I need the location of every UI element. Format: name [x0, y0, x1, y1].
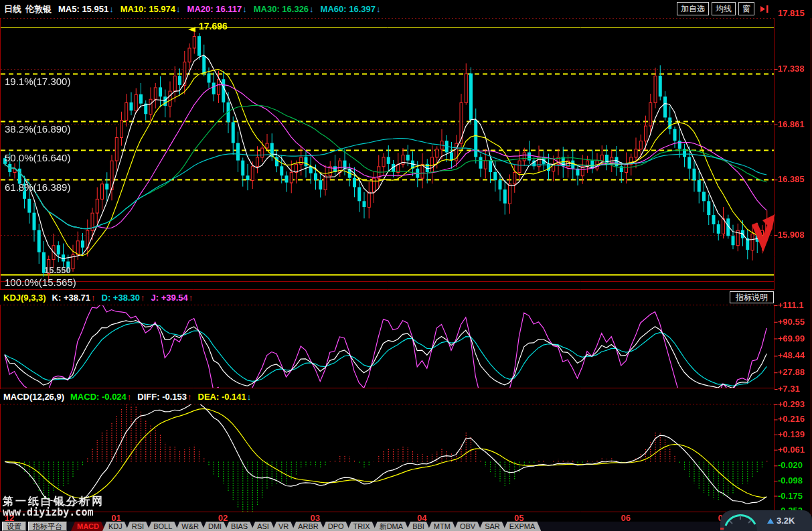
ma-trend-arrow-icon: ↓	[109, 4, 114, 14]
price-axis-label: 16.385	[778, 174, 805, 184]
ma-trend-arrow-icon: ↓	[176, 4, 181, 14]
speed-gauge-overlay: 3.2K	[720, 510, 812, 531]
tab-vr[interactable]: VR	[272, 522, 295, 531]
kdj-trend-arrow-icon: ↑	[91, 293, 96, 303]
tab-bbi[interactable]: BBI	[406, 522, 430, 531]
macd-title: MACD(12,26,9)	[3, 392, 64, 402]
bottom-button-0[interactable]: 设置	[2, 522, 26, 531]
tab-macd[interactable]: MACD	[71, 522, 105, 531]
indicator-tab-bar: 设置指标平台MACDKDJRSIBOLLW&RDMIBIASASIVRARBRD…	[0, 522, 812, 531]
fib-level-label: 38.2%(16.890)	[5, 123, 70, 135]
ma-trend-arrow-icon: ↓	[309, 4, 314, 14]
ma-value-list: MA5: 15.951↓MA10: 15.974↓MA20: 16.117↓MA…	[52, 4, 381, 14]
fib-level-label: 61.8%(16.389)	[5, 181, 70, 193]
kdj-trend-arrow-icon: ↑	[141, 293, 145, 303]
tab-rsi[interactable]: RSI	[126, 522, 150, 531]
kdj-axis-label: +27.88	[778, 367, 805, 377]
peak-price-annotation: 17.696	[199, 21, 228, 31]
macd-trend-arrow-icon: ↑	[187, 392, 192, 402]
tab-trix[interactable]: TRIX	[347, 522, 376, 531]
gauge-dial-icon	[720, 510, 759, 531]
tab-asi[interactable]: ASI	[251, 522, 275, 531]
top-bar-button-1[interactable]: 均线	[712, 2, 736, 15]
fib-level-label: 50.0%(16.640)	[5, 152, 70, 163]
charting-app-window: { "top_bar": { "period": "日线", "symbol":…	[0, 0, 812, 531]
kdj-axis-label: +111.1	[778, 300, 804, 310]
kdj-indicator-help-button[interactable]: 指标说明	[730, 291, 774, 303]
macd-trend-arrow-icon: ↑	[127, 392, 132, 402]
macd-value-2: DEA: -0.141↓	[198, 392, 252, 402]
kdj-values: K: +38.71↑D: +38.30↑J: +39.54↑	[46, 293, 193, 303]
top-bar-button-2[interactable]: 窗	[738, 2, 754, 15]
tab-dpo[interactable]: DPO	[322, 522, 350, 531]
tab-expma[interactable]: EXPMA	[503, 522, 542, 531]
tab-boll[interactable]: BOLL	[147, 522, 178, 531]
tab-arbr[interactable]: ARBR	[292, 522, 325, 531]
next-window-icon[interactable]	[759, 5, 770, 13]
ma1-value: MA5: 15.951↓	[58, 4, 114, 14]
kdj-value-2: J: +39.54↑	[151, 293, 193, 303]
upload-arrow-icon	[767, 518, 774, 524]
gauge-value: 3.2K	[777, 516, 795, 526]
macd-value-0: MACD: -0.024↑	[70, 392, 131, 402]
top-bar-actions: 加自选均线窗	[677, 2, 770, 15]
tab-bias[interactable]: BIAS	[225, 522, 254, 531]
fib-level-label: 100.0%(15.565)	[5, 277, 76, 288]
symbol-label: 伦敦银	[25, 3, 52, 15]
tab-sar[interactable]: SAR	[479, 522, 506, 531]
top-bar-button-0[interactable]: 加自选	[677, 2, 709, 15]
kdj-axis-label: +69.99	[778, 333, 805, 344]
ma2-value: MA10: 15.974↓	[120, 4, 181, 14]
kdj-axis-label: +90.55	[778, 317, 805, 327]
ma4-value: MA30: 16.326↓	[254, 4, 314, 14]
price-axis-label: 17.338	[778, 64, 805, 74]
kdj-value-1: D: +38.30↑	[102, 293, 145, 303]
low-price-annotation: 15.550	[44, 265, 71, 275]
fib-level-label: 19.1%(17.300)	[5, 76, 70, 87]
macd-axis-label: +0.061	[778, 445, 805, 455]
tab-dmi[interactable]: DMI	[202, 522, 228, 531]
tab-w&r[interactable]: W&R	[175, 522, 205, 531]
ma-trend-arrow-icon: ↓	[242, 4, 247, 14]
top-bar: 日线 伦敦银 MA5: 15.951↓MA10: 15.974↓MA20: 16…	[0, 0, 812, 18]
macd-axis-label: +0.216	[778, 414, 805, 424]
kdj-axis-label: +48.44	[778, 350, 805, 360]
price-axis-label: 16.861	[778, 119, 805, 129]
macd-header: MACD(12,26,9) MACD: -0.024↑DIFF: -0.153↑…	[0, 389, 775, 404]
kdj-value-0: K: +38.71↑	[52, 293, 96, 303]
ma5-value: MA60: 16.397↓	[321, 4, 381, 14]
watermark-site-url: www.diyizby.com	[3, 507, 104, 518]
macd-value-1: DIFF: -0.153↑	[137, 392, 191, 402]
kdj-title: KDJ(9,3,3)	[3, 293, 46, 303]
tab-kdj[interactable]: KDJ	[102, 522, 129, 531]
tab-新dma[interactable]: 新DMA	[374, 522, 409, 531]
kdj-trend-arrow-icon: ↑	[189, 293, 193, 303]
kdj-header: KDJ(9,3,3) K: +38.71↑D: +38.30↑J: +39.54…	[0, 290, 775, 305]
ma3-value: MA20: 16.117↓	[187, 4, 247, 14]
kdj-axis-label: +7.31	[778, 384, 800, 394]
tab-obv[interactable]: OBV	[454, 522, 481, 531]
macd-axis-label: -0.175	[778, 491, 803, 501]
ma-trend-arrow-icon: ↓	[376, 4, 381, 14]
price-axis-label: 17.815	[778, 8, 805, 18]
price-axis-label: 15.908	[778, 230, 805, 240]
watermark-site-name: 第一纸白银分析网	[3, 496, 104, 507]
chart-canvas	[0, 0, 812, 531]
macd-axis-label: +0.139	[778, 429, 805, 439]
macd-axis-label: -0.098	[778, 475, 803, 485]
site-watermark: 第一纸白银分析网 www.diyizby.com	[3, 496, 104, 518]
tab-mtm[interactable]: MTM	[428, 522, 457, 531]
bottom-button-1[interactable]: 指标平台	[28, 522, 67, 531]
macd-axis-label: -0.020	[778, 460, 803, 470]
period-label: 日线	[4, 3, 21, 15]
macd-axis-label: +0.293	[778, 399, 805, 409]
macd-values: MACD: -0.024↑DIFF: -0.153↑DEA: -0.141↓	[64, 392, 251, 402]
macd-trend-arrow-icon: ↓	[247, 392, 252, 402]
